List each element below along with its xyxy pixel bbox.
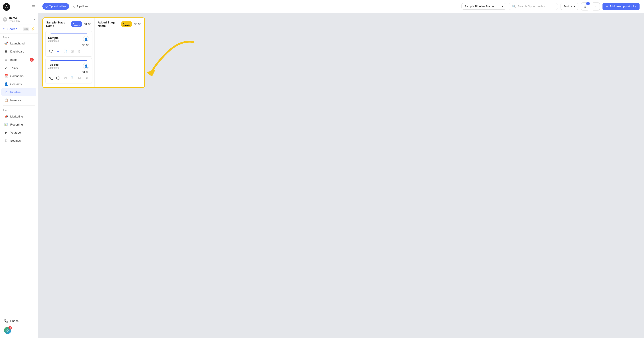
stage-leads-badge-sample: 2 Leads [71, 21, 82, 27]
opp-time-sample: 2 minutes [48, 40, 59, 42]
doc-action-icon[interactable]: 📄 [70, 76, 75, 81]
board-columns: Sample Stage Name 2 Leads $1.00 Sam [42, 18, 640, 88]
add-icon: + [606, 5, 608, 9]
filter-icon: ⊜ [584, 5, 586, 8]
youtube-icon: ▶ [4, 131, 8, 134]
stage-column-added: Added Stage Name 0 Leads $0.00 [94, 18, 144, 87]
card-top-bar [50, 34, 87, 34]
sidebar-item-invoices[interactable]: 📋 Invoices [1, 96, 36, 104]
sidebar-item-label-contacts: Contacts [10, 82, 22, 86]
sidebar-item-reporting[interactable]: 📊 Reporting [1, 121, 36, 128]
opp-amount-testest: $1.00 [48, 70, 89, 74]
stage-amount-added: $0.00 [134, 23, 141, 26]
more-options-icon: ⋮ [594, 4, 598, 9]
tab-pipelines[interactable]: ◇ Pipelines [70, 3, 92, 10]
opp-time-testest: 2 minutes [48, 66, 59, 69]
pipeline-select-chevron-icon: ▾ [502, 5, 503, 8]
more-options-button[interactable]: ⋮ [592, 3, 600, 11]
sidebar-item-settings[interactable]: ⚙ Settings [1, 137, 36, 144]
sidebar-item-launchpad[interactable]: 🚀 Launchpad [1, 40, 36, 47]
sidebar-item-label-dashboard: Dashboard [10, 50, 24, 53]
search-nav-item[interactable]: ⊙ Search ⌘K ⚡ [0, 25, 38, 34]
search-nav-icon: ⊙ [3, 27, 6, 31]
stage-header-sample: Sample Stage Name 2 Leads $1.00 [43, 18, 94, 30]
card-top-bar-2 [50, 60, 87, 61]
add-opportunity-button[interactable]: + Add new opportunity [602, 3, 640, 10]
sidebar-item-notifications[interactable]: G 3 [1, 325, 36, 336]
inbox-badge: 0 [30, 58, 34, 62]
tools-section-label: Tools [0, 107, 38, 112]
tab-opportunities[interactable]: ◇ Opportunities [42, 3, 69, 10]
highlighted-stages-panel: Sample Stage Name 2 Leads $1.00 Sam [42, 18, 145, 88]
apps-section-label: Apps [0, 34, 38, 39]
sort-by-chevron-icon: ▾ [574, 5, 576, 8]
sidebar-item-calendars[interactable]: 📅 Calendars [1, 72, 36, 80]
cal-action-icon[interactable]: 🗓 [84, 76, 89, 81]
opp-amount-sample: $0.00 [48, 44, 89, 47]
pipelines-tab-icon: ◇ [73, 5, 75, 8]
chat-icon[interactable]: 💬 [48, 49, 54, 54]
calendars-icon: 📅 [4, 74, 8, 78]
account-name: Demo [9, 16, 32, 20]
account-chevron-icon: ▾ [34, 18, 35, 21]
sidebar-item-marketing[interactable]: 📣 Marketing [1, 113, 36, 120]
calendar-add-icon[interactable]: 🗓 [77, 49, 82, 54]
stage-amount-sample: $1.00 [84, 23, 91, 26]
dashboard-icon: ⊞ [4, 50, 8, 53]
filter-badge: 1 [586, 2, 590, 5]
bolt-icon: ⚡ [31, 27, 35, 31]
sidebar-item-label-launchpad: Launchpad [10, 42, 24, 45]
sidebar-item-inbox[interactable]: ✉ Inbox 0 [1, 56, 36, 64]
sidebar-divider [3, 105, 35, 106]
stage-title-added: Added Stage Name [98, 21, 120, 28]
tag-action-icon[interactable]: 🏷 [62, 76, 68, 81]
sidebar-item-phone[interactable]: 📞 Phone [1, 317, 36, 324]
phone-action-icon[interactable]: 📞 [48, 76, 54, 81]
heart-icon[interactable]: ♥ [55, 49, 61, 54]
search-bar-icon: 🔍 [512, 5, 516, 8]
search-bar-placeholder: Search Opportunities [518, 5, 545, 8]
main-content: ◇ Opportunities ◇ Pipelines Sample Pipel… [38, 0, 644, 338]
sidebar-item-contacts[interactable]: 👤 Contacts [1, 80, 36, 88]
sidebar-logo: A [3, 3, 10, 11]
settings-icon: ⚙ [4, 139, 8, 142]
tab-pipelines-label: Pipelines [76, 5, 88, 8]
sidebar-item-label-settings: Settings [10, 139, 21, 142]
sidebar-item-label-invoices: Invoices [10, 98, 21, 102]
account-switcher[interactable]: D Demo Irvine, CA ▾ [0, 14, 38, 25]
checkbox-icon[interactable]: ☑ [70, 49, 75, 54]
sidebar-item-label-reporting: Reporting [10, 123, 23, 126]
search-bar[interactable]: 🔍 Search Opportunities [509, 3, 558, 10]
sidebar-item-label-inbox: Inbox [10, 58, 18, 61]
sidebar-header: A ☰ [0, 0, 38, 14]
opportunity-card-sample[interactable]: Sample 2 minutes 👤 $0.00 💬 ♥ 📄 ☑ [45, 31, 92, 57]
sidebar-item-youtube[interactable]: ▶ Youtube [1, 129, 36, 136]
stage-leads-badge-added: 0 Leads [121, 21, 132, 27]
doc-icon[interactable]: 📄 [62, 49, 68, 54]
sidebar-item-tasks[interactable]: ✓ Tasks [1, 64, 36, 72]
sidebar: A ☰ D Demo Irvine, CA ▾ ⊙ Search ⌘K ⚡ Ap… [0, 0, 38, 338]
pipeline-board: Sample Stage Name 2 Leads $1.00 Sam [38, 13, 644, 338]
opp-avatar-sample: 👤 [83, 36, 89, 42]
opportunity-card-testest[interactable]: Tes Tes 2 minutes 👤 $1.00 📞 💬 🏷 📄 [45, 58, 92, 83]
filter-button[interactable]: ⊜ 1 [581, 3, 589, 11]
sidebar-item-label-tasks: Tasks [10, 66, 18, 70]
pipeline-select[interactable]: Sample Pipeline Name ▾ [462, 3, 506, 10]
top-navbar: ◇ Opportunities ◇ Pipelines Sample Pipel… [38, 0, 644, 13]
sidebar-item-label-phone: Phone [10, 319, 19, 322]
sort-by-button[interactable]: Sort by ▾ [560, 3, 578, 10]
opportunities-tab-icon: ◇ [46, 5, 48, 8]
sidebar-item-label-calendars: Calendars [10, 74, 24, 78]
sidebar-item-dashboard[interactable]: ⊞ Dashboard [1, 48, 36, 55]
opp-name-sample: Sample [48, 36, 59, 40]
stage-column-sample: Sample Stage Name 2 Leads $1.00 Sam [43, 18, 94, 87]
check-action-icon[interactable]: ☑ [77, 76, 82, 81]
invoices-icon: 📋 [4, 98, 8, 102]
notification-avatar: G 3 [4, 327, 11, 334]
marketing-icon: 📣 [4, 115, 8, 118]
opp-card-header-2: Tes Tes 2 minutes 👤 [48, 63, 89, 69]
search-nav-label: Search [7, 27, 21, 31]
hamburger-icon[interactable]: ☰ [32, 5, 35, 9]
sidebar-item-pipeline[interactable]: ◇ Pipeline [1, 88, 36, 96]
chat-action-icon[interactable]: 💬 [55, 76, 61, 81]
